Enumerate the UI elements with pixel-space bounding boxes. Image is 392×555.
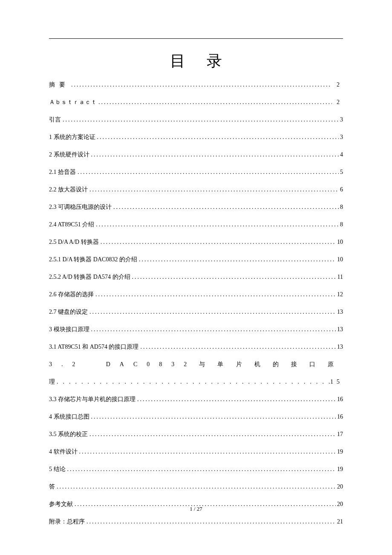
toc-label: 2.5 D/A A/D 转换器 xyxy=(49,237,99,246)
toc-entry: 2.3 可调稳压电源的设计...........................… xyxy=(49,202,343,211)
toc-page-number: 3 xyxy=(339,115,343,124)
toc-page-number: 13 xyxy=(336,342,343,351)
toc-entry: 5 结论....................................… xyxy=(49,465,343,474)
toc-leader-dots: ........................................… xyxy=(89,325,336,334)
toc-page-number: 13 xyxy=(336,307,343,316)
toc-entry: 2 系统硬件设计................................… xyxy=(49,150,343,159)
toc-leader-dots: ........................................… xyxy=(94,220,338,229)
toc-label: 答 xyxy=(49,482,55,491)
toc-leader-dots: ........................................… xyxy=(97,98,332,107)
toc-page-number: 10 xyxy=(336,255,343,264)
toc-leader-dots: ........................................… xyxy=(88,430,336,439)
toc-leader-dots: ........................................… xyxy=(78,447,336,456)
toc-page-number: 12 xyxy=(336,290,343,299)
toc-entry: Ａｂｓｔｒａｃｔ................................… xyxy=(49,98,343,107)
toc-entry: 2.2 放大器设计...............................… xyxy=(49,185,343,194)
toc-entry: 2.7 键盘的设定...............................… xyxy=(49,307,343,316)
toc-entry: 3 模块接口原理................................… xyxy=(49,325,343,334)
toc-label: 1 系统的方案论证 xyxy=(49,133,95,142)
toc-leader-dots: ........................................… xyxy=(112,202,339,211)
horizontal-rule xyxy=(49,38,343,39)
toc-label: 4 软件设计 xyxy=(49,447,78,456)
toc-leader-dots: ........................................… xyxy=(76,168,339,176)
toc-label: 3.2 DAC0832与单片机的接口原 xyxy=(49,360,343,369)
toc-leader-dots: ........................................… xyxy=(89,412,336,421)
toc-entry: 2.1 拾音器.................................… xyxy=(49,168,343,176)
toc-page-number: 16 xyxy=(336,412,343,421)
toc-label: 4 系统接口总图 xyxy=(49,412,89,421)
toc-page-number: 20 xyxy=(336,482,343,491)
toc-leader-dots: ........................................… xyxy=(61,115,339,124)
toc-label: 摘要 xyxy=(49,80,69,89)
toc-entry: 4 系统接口总图................................… xyxy=(49,412,343,421)
toc-entry: 2.4 AT89C51 介绍..........................… xyxy=(49,220,343,229)
toc-page-number: 3 xyxy=(339,133,343,142)
toc-page-number: 21 xyxy=(334,517,343,526)
toc-leader-dots: ........................................… xyxy=(137,255,336,264)
toc-leader-dots: ........................................… xyxy=(99,237,336,246)
toc-page-number: 6 xyxy=(339,185,343,194)
toc-label: 2 系统硬件设计 xyxy=(49,150,89,159)
toc-page-number: 2 xyxy=(332,80,343,89)
toc-entry: 4 软件设计..................................… xyxy=(49,447,343,456)
toc-label: 3.5 系统的校正 xyxy=(49,430,88,439)
toc-label: 2.1 拾音器 xyxy=(49,168,76,176)
toc-leader-dots: ........................................… xyxy=(69,80,332,89)
toc-label: 2.4 AT89C51 介绍 xyxy=(49,220,94,229)
toc-leader-dots: ........................................… xyxy=(138,342,335,351)
toc-page-number: 2 xyxy=(332,98,343,107)
toc-page-number: 16 xyxy=(336,395,343,404)
toc-label: 3 模块接口原理 xyxy=(49,325,89,334)
toc-leader-dots: ........................................… xyxy=(94,290,336,299)
toc-entry: 1 系统的方案论证...............................… xyxy=(49,133,343,142)
toc-page-number: 10 xyxy=(336,237,343,246)
table-of-contents: 摘要......................................… xyxy=(49,80,343,526)
toc-label: 2.7 键盘的设定 xyxy=(49,307,88,316)
toc-entry: 2.5.2 A/D 转换器 DA574 的介绍.................… xyxy=(49,272,343,281)
toc-page-number: 8 xyxy=(339,202,343,211)
toc-entry: 3.3 存储芯片与单片机的接口原理.......................… xyxy=(49,395,343,404)
toc-label: Ａｂｓｔｒａｃｔ xyxy=(49,98,97,107)
toc-label: 引言 xyxy=(49,115,61,124)
toc-leader-dots: ........................................… xyxy=(55,482,336,491)
toc-entry: 摘要......................................… xyxy=(49,80,343,89)
toc-page-number: 15 xyxy=(330,377,343,386)
toc-leader-dots: ........................................… xyxy=(66,465,336,474)
toc-entry: 3.5 系统的校正...............................… xyxy=(49,430,343,439)
toc-entry: 2.5.1 D/A 转换器 DAC0832 的介绍...............… xyxy=(49,255,343,264)
toc-label: 2.2 放大器设计 xyxy=(49,185,88,194)
toc-label: 3.3 存储芯片与单片机的接口原理 xyxy=(49,395,135,404)
toc-entry-wrapped: 3.2 DAC0832与单片机的接口原 理 ..................… xyxy=(49,360,343,386)
toc-page-number: 19 xyxy=(336,447,343,456)
toc-entry: 3.1 AT89C51 和 AD574 的接口原理...............… xyxy=(49,342,343,351)
toc-page-number: 17 xyxy=(336,430,343,439)
toc-leader-dots: ........................................… xyxy=(135,395,336,404)
toc-page-number: 5 xyxy=(339,168,343,176)
toc-entry: 答.......................................… xyxy=(49,482,343,491)
toc-label: 2.3 可调稳压电源的设计 xyxy=(49,202,112,211)
toc-page-number: 19 xyxy=(336,465,343,474)
page-title: 目录 xyxy=(49,51,343,72)
toc-leader-dots: ........................................… xyxy=(89,150,339,159)
toc-page-number: 13 xyxy=(336,325,343,334)
toc-leader-dots: ........................................… xyxy=(95,133,339,142)
toc-list-before: 摘要......................................… xyxy=(49,80,343,351)
toc-page-number: 8 xyxy=(339,220,343,229)
toc-label: 2.5.1 D/A 转换器 DAC0832 的介绍 xyxy=(49,255,137,264)
toc-entry: 附录：总程序..................................… xyxy=(49,517,343,526)
toc-entry: 2.5 D/A A/D 转换器.........................… xyxy=(49,237,343,246)
toc-label: 5 结论 xyxy=(49,465,66,474)
toc-entry: 2.6 存储器的选择..............................… xyxy=(49,290,343,299)
toc-leader-dots: ........................................… xyxy=(130,272,336,281)
page-footer: 1 / 27 xyxy=(0,506,392,512)
toc-leader-dots: ........................................… xyxy=(85,517,334,526)
toc-label-continuation: 理 xyxy=(49,377,55,386)
toc-wrap-line2: 理 ......................................… xyxy=(49,377,343,386)
toc-label: 3.1 AT89C51 和 AD574 的接口原理 xyxy=(49,342,138,351)
toc-leader-dots: ........................................… xyxy=(55,377,330,386)
toc-label: 附录：总程序 xyxy=(49,517,85,526)
toc-page-number: 11 xyxy=(336,272,343,281)
toc-page-number: 4 xyxy=(339,150,343,159)
toc-leader-dots: ........................................… xyxy=(88,185,339,194)
page-container: 目录 摘要...................................… xyxy=(0,0,392,555)
